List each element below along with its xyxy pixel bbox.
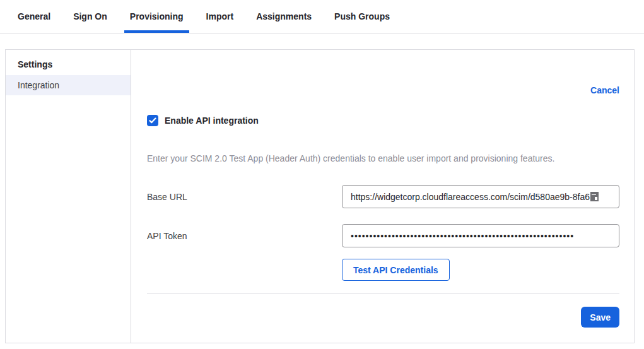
enable-api-row: Enable API integration bbox=[147, 115, 619, 126]
checkmark-icon bbox=[149, 117, 156, 124]
provisioning-panel: Settings Integration Cancel Enable API i… bbox=[5, 49, 635, 343]
integration-settings-form: Cancel Enable API integration Enter your… bbox=[131, 50, 634, 343]
tab-import[interactable]: Import bbox=[201, 0, 240, 33]
sidebar-header: Settings bbox=[6, 57, 131, 75]
enable-api-label: Enable API integration bbox=[165, 115, 259, 126]
api-token-input[interactable]: ••••••••••••••••••••••••••••••••••••••••… bbox=[342, 224, 619, 247]
base-url-label: Base URL bbox=[147, 192, 342, 202]
test-api-credentials-button[interactable]: Test API Credentials bbox=[342, 259, 450, 281]
sidebar-item-integration[interactable]: Integration bbox=[6, 75, 131, 95]
tab-push-groups[interactable]: Push Groups bbox=[329, 0, 395, 33]
api-token-label: API Token bbox=[147, 231, 342, 241]
form-divider bbox=[147, 293, 619, 293]
settings-sidebar: Settings Integration bbox=[6, 50, 131, 343]
tab-provisioning[interactable]: Provisioning bbox=[124, 0, 189, 33]
tab-assignments[interactable]: Assignments bbox=[250, 0, 317, 33]
api-token-masked-value: ••••••••••••••••••••••••••••••••••••••••… bbox=[351, 231, 574, 241]
base-url-value: https://widgetcorp.cloudflareaccess.com/… bbox=[351, 192, 590, 202]
save-button[interactable]: Save bbox=[581, 307, 619, 328]
test-credentials-row: Test API Credentials bbox=[342, 259, 619, 281]
app-tab-bar: General Sign On Provisioning Import Assi… bbox=[0, 0, 644, 33]
cancel-row: Cancel bbox=[147, 85, 619, 96]
base-url-row: Base URL https://widgetcorp.cloudflareac… bbox=[147, 185, 619, 208]
tab-sign-on[interactable]: Sign On bbox=[67, 0, 113, 33]
save-row: Save bbox=[147, 307, 619, 328]
cancel-button[interactable]: Cancel bbox=[590, 85, 619, 95]
credentials-description: Enter your SCIM 2.0 Test App (Header Aut… bbox=[147, 153, 619, 163]
enable-api-checkbox[interactable] bbox=[147, 115, 158, 126]
tab-general[interactable]: General bbox=[12, 0, 56, 33]
sidebar-item-label: Integration bbox=[18, 80, 59, 90]
text-selection-highlight bbox=[590, 192, 599, 201]
base-url-input[interactable]: https://widgetcorp.cloudflareaccess.com/… bbox=[342, 185, 619, 208]
api-token-row: API Token ••••••••••••••••••••••••••••••… bbox=[147, 224, 619, 247]
